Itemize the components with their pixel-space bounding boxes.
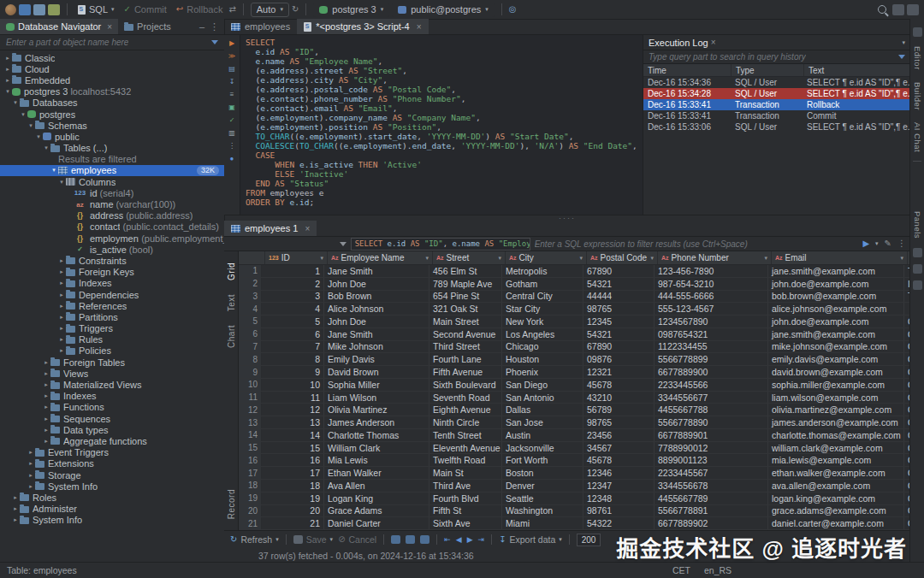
grid-cell[interactable]: 8 [262,353,324,365]
row-number[interactable]: 15 [239,442,262,454]
chevron-down-icon[interactable]: ▾ [11,99,20,106]
grid-cell[interactable]: 56789 [583,404,654,416]
grid-cell[interactable]: 1122334455 [654,341,768,353]
grid-cell[interactable]: mia.lewis@example.com [768,454,904,466]
tree-item-rules[interactable]: ▸Rules [0,334,224,345]
row-number[interactable]: 6 [239,328,262,340]
row-number[interactable]: 16 [239,454,262,466]
grid-cell[interactable]: 456 Elm St [429,265,502,277]
chevron-down-icon[interactable]: ▾ [27,122,35,129]
grid-cell[interactable]: Sixth Ave [429,517,502,529]
chevron-right-icon[interactable]: ▸ [42,370,50,377]
first-row-icon[interactable]: ⇤ [444,535,451,544]
grid-cell[interactable]: 19 [262,492,324,504]
grid-cell[interactable]: 18 [262,480,324,492]
grid-cell[interactable]: 44444 [583,291,654,303]
tree-item-postgres[interactable]: ▾postgres [0,109,224,120]
grid-cell[interactable]: David Brown [324,366,429,378]
grid-cell[interactable]: Ava Allen [324,480,429,492]
metadata-panel-icon[interactable] [913,280,922,290]
chevron-down-icon[interactable]: ▾ [19,111,27,118]
grid-cell[interactable]: 17 [262,467,324,479]
tab-employees-result[interactable]: employees 1 × [224,221,317,236]
tree-item-system-info[interactable]: ▸System Info [0,515,224,526]
grid-cell[interactable]: 45678 [583,379,654,391]
grid-cell[interactable]: 6677889902 [654,517,768,529]
grid-cell[interactable]: Fifth St [429,505,502,517]
grid-cell[interactable]: olivia.martinez@example.com [768,404,904,416]
grid-cell[interactable]: 5566778890 [654,416,768,428]
grid-cell[interactable]: 54321 [583,278,654,290]
tree-item-references[interactable]: ▸References [0,300,224,311]
grid-cell[interactable]: 11 [262,392,324,404]
tree-item-schemas[interactable]: ▾Schemas [0,120,224,131]
minimize-panel-icon[interactable]: – [199,21,204,32]
column-menu-icon[interactable]: ▾ [650,255,654,262]
grid-cell[interactable]: Boston [502,467,583,479]
auto-commit-select[interactable]: Auto ▾ [251,3,289,17]
tree-item-cloud[interactable]: ▸Cloud [0,63,224,74]
tree-item-foreign-keys[interactable]: ▸Foreign Keys [0,267,224,278]
row-number[interactable]: 2 [239,278,262,290]
grid-cell[interactable]: 67890 [583,265,654,277]
log-entry[interactable]: Dec-16 15:34:36SQL / UserSELECT ¶ e.id A… [643,77,910,88]
grid-cell[interactable]: 6677889901 [654,429,768,441]
grid-cell[interactable]: 12346 [583,467,654,479]
row-number[interactable]: 3 [239,291,262,303]
tree-item-classic[interactable]: ▸Classic [0,52,224,63]
tree-item-administer[interactable]: ▸Administer [0,504,224,515]
tree-item-databases[interactable]: ▾Databases [0,97,224,109]
save-button[interactable]: Save ▾ [293,534,333,545]
tree-item-dependencies[interactable]: ▸Dependencies [0,289,224,300]
column-header-postal-code[interactable]: AzPostal Code▾ [587,251,658,264]
grid-cell[interactable]: 123-456-7890 [654,265,768,277]
grid-cell[interactable]: Washington [502,505,583,517]
chevron-right-icon[interactable]: ▸ [27,449,35,456]
grid-cell[interactable]: James Anderson [324,416,429,428]
tree-item-sequences[interactable]: ▸Sequences [0,413,224,424]
next-row-icon[interactable]: ▶ [467,535,473,544]
chevron-right-icon[interactable]: ▸ [42,359,50,366]
grid-cell[interactable]: Twelfth Road [429,454,502,466]
save-all-icon[interactable] [48,4,60,15]
chevron-right-icon[interactable]: ▸ [11,505,20,512]
navigator-filter-input[interactable]: Enter a part of object name here [0,35,224,50]
analyze-icon[interactable]: ▣ [227,102,238,112]
chevron-right-icon[interactable]: ▸ [27,472,35,479]
tree-item-address[interactable]: {}address(public.address) [0,210,224,221]
format-sql-icon[interactable]: ≡ [227,89,238,99]
grid-cell[interactable]: 12345 [583,316,654,327]
presentation-tab-grid[interactable]: Grid [227,262,236,280]
grid-cell[interactable]: Main St [429,467,502,479]
grid-cell[interactable]: 6677889900 [654,366,768,378]
new-sql-script-icon[interactable] [19,4,31,15]
grid-cell[interactable]: 20 [262,505,324,517]
grid-cell[interactable]: 15 [262,442,324,454]
grid-cell[interactable]: Second Avenue [429,328,502,340]
chevron-right-icon[interactable]: ▸ [3,77,12,84]
grid-cell[interactable]: San Antonio [502,392,583,404]
grid-cell[interactable]: Miami [502,517,583,529]
grid-cell[interactable]: Main Street [429,316,502,327]
grid-cell[interactable]: 321 Oak St [429,303,502,315]
grid-cell[interactable]: 12347 [583,480,654,492]
column-menu-icon[interactable]: ▾ [764,255,767,262]
close-icon[interactable]: × [417,22,422,32]
presentation-tab-record[interactable]: Record [227,489,236,519]
refresh-connection-icon[interactable]: ↻ [292,5,299,14]
grid-cell[interactable]: sophia.miller@example.com [768,379,904,391]
grid-cell[interactable]: Denver [502,480,583,492]
grid-cell[interactable]: 45678 [583,454,654,466]
grid-cell[interactable]: Daniel Carter [324,517,429,529]
tab-employees-editor[interactable]: employees [224,19,297,34]
grid-cell[interactable]: 4455667788 [654,404,768,416]
grid-cell[interactable]: Third Street [429,341,502,353]
grid-cell[interactable]: Dallas [502,404,583,416]
grid-cell[interactable]: Fort Worth [502,454,583,466]
row-number[interactable]: 5 [239,316,262,327]
grid-cell[interactable]: 3 [262,291,324,303]
grid-cell[interactable]: logan.king@example.com [768,492,904,504]
sql-editor-menu-button[interactable]: SQL ▾ [74,3,118,15]
close-icon[interactable]: × [107,22,112,32]
tree-item-public[interactable]: ▾public [0,131,224,142]
